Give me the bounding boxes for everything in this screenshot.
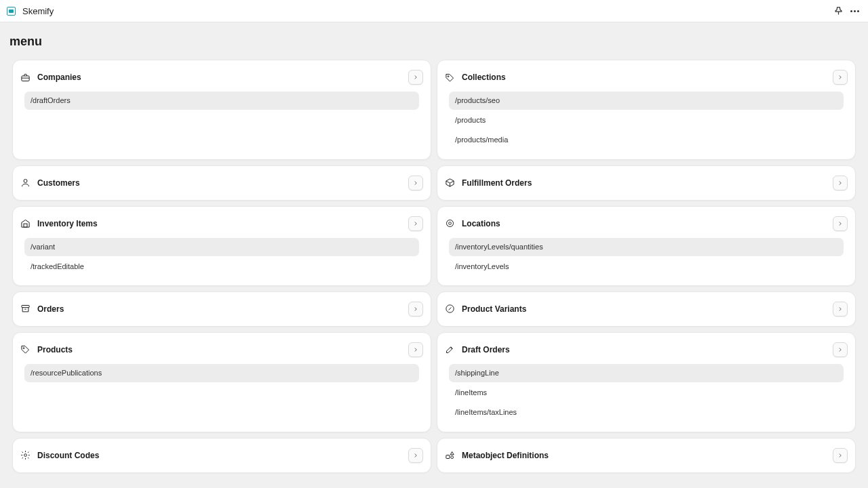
edit-icon [445,344,455,354]
card-products: Products/resourcePublications [12,332,431,432]
list-item[interactable]: /lineItems [449,384,844,402]
card-title-products: Products [37,345,408,354]
card-fulfillment-orders: Fulfillment Orders [437,165,856,201]
pin-icon [445,218,455,228]
card-header-metaobject-definitions[interactable]: Metaobject Definitions [445,448,848,463]
card-list-products: /resourcePublications [20,364,423,382]
card-collections: Collections/products/seo/products/produc… [437,60,856,160]
app-logo-icon [7,7,16,16]
list-item[interactable]: /inventoryLevels/quantities [449,238,844,256]
pin-button[interactable] [831,4,845,18]
card-header-draft-orders[interactable]: Draft Orders [445,342,848,357]
card-header-product-variants[interactable]: Product Variants [445,302,848,317]
warehouse-icon [20,218,31,228]
card-grid: Companies/draftOrdersCollections/product… [9,60,859,473]
list-item[interactable]: /shippingLine [449,364,844,382]
card-product-variants: Product Variants [437,291,856,327]
card-header-fulfillment-orders[interactable]: Fulfillment Orders [445,176,848,190]
link-icon [445,304,455,314]
card-header-products[interactable]: Products [20,342,423,357]
expand-button-orders[interactable] [408,302,423,317]
card-title-inventory-items: Inventory Items [37,219,408,228]
card-title-companies: Companies [37,73,408,82]
expand-button-collections[interactable] [833,70,848,85]
box-icon [445,178,455,188]
page-title: menu [9,35,859,49]
card-header-discount-codes[interactable]: Discount Codes [20,448,423,463]
expand-button-fulfillment-orders[interactable] [833,176,848,190]
app-title: Skemify [22,6,54,16]
card-header-inventory-items[interactable]: Inventory Items [20,216,423,231]
card-list-locations: /inventoryLevels/quantities/inventoryLev… [445,238,848,276]
list-item[interactable]: /products [449,111,844,129]
card-header-companies[interactable]: Companies [20,70,423,85]
expand-button-inventory-items[interactable] [408,216,423,231]
card-header-customers[interactable]: Customers [20,176,423,190]
tag-icon [445,73,455,83]
shapes-icon [445,450,455,460]
card-title-product-variants: Product Variants [462,304,833,314]
expand-button-locations[interactable] [833,216,848,231]
card-title-draft-orders: Draft Orders [462,345,833,354]
list-item[interactable]: /products/seo [449,92,844,110]
person-icon [20,178,31,188]
expand-button-draft-orders[interactable] [833,342,848,357]
tag-icon [20,344,31,354]
card-list-draft-orders: /shippingLine/lineItems/lineItems/taxLin… [445,364,848,422]
topbar: Skemify [0,0,868,22]
more-button[interactable] [848,4,861,18]
card-title-locations: Locations [462,219,833,228]
card-title-orders: Orders [37,304,408,314]
card-title-collections: Collections [462,73,833,82]
card-list-collections: /products/seo/products/products/media [445,92,848,150]
card-metaobject-definitions: Metaobject Definitions [437,438,856,473]
card-companies: Companies/draftOrders [12,60,431,160]
archive-icon [20,304,31,314]
list-item[interactable]: /products/media [449,131,844,149]
gear-icon [20,450,31,460]
expand-button-products[interactable] [408,342,423,357]
card-customers: Customers [12,165,431,201]
expand-button-product-variants[interactable] [833,302,848,317]
briefcase-icon [20,73,31,83]
card-locations: Locations/inventoryLevels/quantities/inv… [437,206,856,286]
card-list-companies: /draftOrders [20,92,423,110]
card-title-metaobject-definitions: Metaobject Definitions [462,451,833,460]
list-item[interactable]: /variant [24,238,419,256]
expand-button-companies[interactable] [408,70,423,85]
card-title-customers: Customers [37,178,408,188]
card-draft-orders: Draft Orders/shippingLine/lineItems/line… [437,332,856,432]
list-item[interactable]: /trackedEditable [24,258,419,276]
list-item[interactable]: /lineItems/taxLines [449,403,844,422]
card-orders: Orders [12,291,431,327]
card-title-discount-codes: Discount Codes [37,451,408,460]
card-header-locations[interactable]: Locations [445,216,848,231]
card-inventory-items: Inventory Items/variant/trackedEditable [12,206,431,286]
card-list-inventory-items: /variant/trackedEditable [20,238,423,276]
expand-button-metaobject-definitions[interactable] [833,448,848,463]
card-header-collections[interactable]: Collections [445,70,848,85]
card-discount-codes: Discount Codes [12,438,431,473]
expand-button-discount-codes[interactable] [408,448,423,463]
list-item[interactable]: /resourcePublications [24,364,419,382]
expand-button-customers[interactable] [408,176,423,190]
card-header-orders[interactable]: Orders [20,302,423,317]
list-item[interactable]: /inventoryLevels [449,258,844,276]
list-item[interactable]: /draftOrders [24,92,419,110]
card-title-fulfillment-orders: Fulfillment Orders [462,178,833,188]
